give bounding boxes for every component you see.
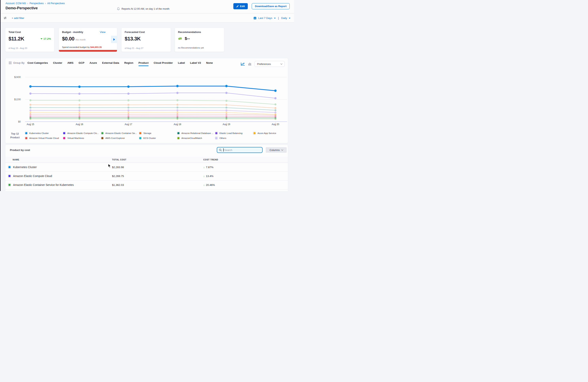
tab-azure[interactable]: Azure <box>89 61 97 66</box>
data-point <box>274 114 276 115</box>
date-range-dropdown[interactable]: Last 7 Days <box>258 17 272 19</box>
budget-view-link[interactable]: View <box>100 31 105 34</box>
budget-expand-button[interactable] <box>111 36 117 43</box>
data-point <box>176 111 178 113</box>
filter-sliders-icon[interactable] <box>3 16 7 19</box>
line-chart-toggle-icon[interactable] <box>241 62 245 66</box>
tab-label[interactable]: Label <box>178 61 185 66</box>
page-title: Demo-Perspective <box>5 6 65 10</box>
tab-label-v2[interactable]: Label V2 <box>190 61 201 66</box>
add-filter-button[interactable]: + add filter <box>12 17 24 19</box>
tab-aws[interactable]: AWS <box>67 61 74 66</box>
tab-cluster[interactable]: Cluster <box>53 61 63 66</box>
legend-item-kubernetes-cluster[interactable]: Kubernetes Cluster <box>25 132 63 134</box>
table-row-amazon-elastic-compute-cloud[interactable]: Amazon Elastic Compute Cloud$2,269.75↓13… <box>5 172 288 181</box>
columns-button[interactable]: Columns <box>266 147 287 153</box>
tab-external-data[interactable]: External Data <box>102 61 119 66</box>
breadcrumb-all-perspectives-link[interactable]: All Perspectives <box>47 2 65 5</box>
x-axis-tick-label: Aug 19 <box>223 123 230 126</box>
legend-item-others[interactable]: Others <box>215 136 253 139</box>
breadcrumb-account-link[interactable]: Account: CCM-NG <box>5 2 26 5</box>
legend-item-virtual-machines[interactable]: Virtual Machines <box>63 136 101 139</box>
data-point <box>176 92 179 94</box>
table-search-box <box>217 147 263 153</box>
legend-label: Amazon Relational Database ... <box>181 132 213 134</box>
data-point <box>225 85 228 87</box>
tab-cloud-provider[interactable]: Cloud Provider <box>154 61 173 66</box>
preferences-select[interactable]: Preferences <box>254 61 285 67</box>
legend-item-amazon-elastic-container-se[interactable]: Amazon Elastic Container Se... <box>101 132 139 134</box>
data-point <box>29 113 31 115</box>
bell-icon <box>117 7 120 10</box>
data-point <box>127 116 129 118</box>
chevron-down-icon[interactable] <box>289 18 291 19</box>
legend-item-storage[interactable]: Storage <box>139 132 177 134</box>
row-color-swatch <box>8 166 11 169</box>
data-point <box>127 107 129 109</box>
breadcrumb-separator: › <box>45 2 46 5</box>
data-point <box>29 99 31 101</box>
columns-button-label: Columns <box>270 149 280 152</box>
budget-value-suffix: this month <box>76 38 86 41</box>
tab-none[interactable]: None <box>206 61 213 66</box>
data-point <box>274 90 277 92</box>
cost-trend-cell: ↓20.46% <box>203 183 288 187</box>
data-point <box>29 85 32 88</box>
legend-item-elastic-load-balancing[interactable]: Elastic Load Balancing <box>215 132 253 134</box>
column-header-cost-trend[interactable]: COST TREND <box>203 158 288 161</box>
y-axis-tick-label: $1200 <box>14 98 21 101</box>
perspective-chart-panel: Group By Cost CategoriesClusterAWSGCPAzu… <box>5 58 288 143</box>
legend-item-aws-cost-explorer[interactable]: AWS Cost Explorer <box>101 136 139 139</box>
breadcrumb: Account: CCM-NG › Perspectives › All Per… <box>5 2 65 5</box>
data-point <box>127 113 129 115</box>
tab-cost-categories[interactable]: Cost Categories <box>27 61 48 66</box>
download-save-report-button[interactable]: Download/Save as Report <box>252 3 290 9</box>
legend-swatch <box>139 132 142 134</box>
tab-region[interactable]: Region <box>124 61 133 66</box>
tab-gcp[interactable]: GCP <box>79 61 84 66</box>
legend-swatch <box>25 132 28 134</box>
legend-swatch <box>139 136 142 139</box>
legend-item-azure-app-service[interactable]: Azure App Service <box>253 132 291 134</box>
data-point <box>29 117 31 119</box>
grid-icon <box>9 61 12 64</box>
forecasted-cost-period: of Aug 21 - Aug 27 <box>125 47 144 49</box>
legend-item-amazon-virtual-private-cloud[interactable]: Amazon Virtual Private Cloud <box>25 136 63 139</box>
data-point <box>225 113 227 115</box>
data-point <box>225 118 227 120</box>
data-point <box>78 93 81 95</box>
forecasted-cost-label: Forecasted Cost <box>125 31 168 34</box>
data-point <box>225 116 227 118</box>
x-axis-tick-label: Aug 17 <box>125 123 132 126</box>
bar-chart-toggle-icon[interactable] <box>248 62 252 66</box>
trend-down-icon: ↓ <box>203 166 205 169</box>
recommendations-subtext: no Recommendations yet <box>178 47 204 49</box>
data-point <box>274 90 276 92</box>
chevron-down-icon[interactable] <box>274 18 276 19</box>
pencil-icon <box>236 5 239 7</box>
legend-item-amazon-elastic-compute-clo[interactable]: Amazon Elastic Compute Clo... <box>63 132 101 134</box>
data-point <box>274 116 276 118</box>
search-input[interactable] <box>224 149 261 152</box>
legend-label: Amazon Elastic Compute Clo... <box>67 132 99 134</box>
budget-progress-bar <box>59 50 117 52</box>
legend-swatch <box>177 132 180 134</box>
chart-legend: Top 12 Product Kubernetes ClusterAmazon … <box>5 130 288 139</box>
breadcrumb-perspectives-link[interactable]: Perspectives <box>30 2 44 5</box>
chart-series-azure-app-service <box>29 111 276 115</box>
tab-product[interactable]: Product <box>139 61 148 66</box>
column-header-name[interactable]: NAME <box>5 158 112 161</box>
data-point <box>29 109 31 111</box>
preferences-label: Preferences <box>257 62 271 65</box>
download-button-label: Download/Save as Report <box>255 5 287 8</box>
edit-button[interactable]: Edit <box>233 3 248 9</box>
table-row-kubernetes-cluster[interactable]: Kubernetes Cluster$2,283.98↓7.87% <box>5 163 288 172</box>
legend-item-amazoncloudwatch[interactable]: AmazonCloudWatch <box>177 136 215 139</box>
data-point <box>176 109 178 111</box>
data-point <box>127 104 129 106</box>
legend-item-amazon-relational-database[interactable]: Amazon Relational Database ... <box>177 132 215 134</box>
granularity-dropdown[interactable]: Daily <box>281 17 287 19</box>
column-header-total-cost[interactable]: TOTAL COST <box>112 158 203 161</box>
legend-item-ecs-cluster[interactable]: ECS Cluster <box>139 136 177 139</box>
table-row-amazon-elastic-container-service-for-kubernetes[interactable]: Amazon Elastic Container Service for Kub… <box>5 181 288 190</box>
